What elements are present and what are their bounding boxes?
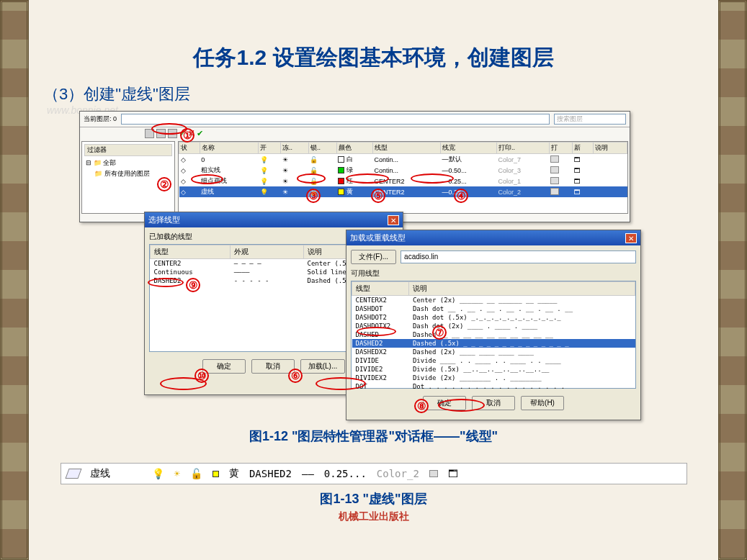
close-icon[interactable]: ✕ (388, 215, 399, 225)
layer-filter-input[interactable] (121, 114, 550, 125)
column-header[interactable]: 颜色 (336, 143, 372, 154)
list-item[interactable]: DASHDOTX2Dash dot (2x) ____ . ____ . ___… (352, 322, 635, 330)
ok-button[interactable]: 确定 (202, 359, 246, 374)
annotation-2: ② (157, 177, 171, 191)
new-layer-vp-icon[interactable] (156, 129, 166, 138)
border-decoration-left (0, 0, 29, 560)
annotation-1: ① (180, 128, 194, 143)
load-dialog-title: 加载或重载线型 (350, 232, 406, 243)
column-header[interactable]: 线型 (373, 143, 441, 154)
tree-root: ⊟ 📁 全部 (84, 158, 172, 168)
subtitle: （3）创建"虚线"图层 (43, 83, 715, 105)
table-row[interactable]: ◇0💡☀🔓 白Contin...—默认Color_7🗔 (179, 154, 627, 166)
summary-lw-line: —— (302, 468, 314, 479)
border-decoration-right (718, 0, 747, 560)
summary-bar: 虚线 💡 ☀ 🔓 黄 DASHED2 —— 0.25... Color_2 🗔 (61, 463, 687, 484)
annotation-9: ⑨ (186, 278, 200, 292)
summary-ltype: DASHED2 (249, 468, 292, 479)
table-row[interactable]: ◇虚线💡☀🔓 黄CENTER2—0.25...Color_2🗔 (179, 186, 627, 197)
select-dialog-title: 选择线型 (148, 214, 180, 225)
load-button[interactable]: 加载(L)... (300, 359, 346, 374)
summary-lw: 0.25... (324, 468, 367, 479)
file-button[interactable]: 文件(F)... (351, 250, 396, 264)
cancel-button[interactable]: 取消 (251, 359, 295, 374)
close-icon[interactable]: ✕ (625, 233, 637, 243)
available-linetype-list[interactable]: 线型说明 CENTERX2Center (2x) ______ __ _____… (351, 281, 636, 389)
caption-1: 图1-12 "图层特性管理器"对话框——"线型" (32, 428, 715, 445)
column-header[interactable]: 新 (573, 143, 594, 154)
table-row[interactable]: ◇细点画线💡☀🔓 红CENTER2—0.25...Color_1🗔 (179, 176, 627, 186)
apply-icon[interactable]: ✔ (197, 129, 203, 138)
column-header[interactable]: 打 (549, 143, 573, 154)
column-header[interactable]: 开 (259, 143, 281, 154)
load-linetype-dialog: 加载或重载线型 ✕ 文件(F)... acadiso.lin 可用线型 线型说明… (346, 230, 641, 420)
list-item[interactable]: DASHDOT2Dash dot (.5x) _._._._._._._._._… (352, 313, 635, 322)
list-item[interactable]: DASHDOTDash dot __ . __ . __ . __ . __ .… (352, 304, 635, 313)
annotation-4: ④ (454, 189, 468, 203)
print-icon (429, 470, 438, 477)
column-header[interactable]: 锁.. (308, 143, 336, 154)
lock-icon: 🔓 (190, 468, 202, 479)
vp-icon: 🗔 (448, 468, 458, 479)
list-item[interactable]: DASHEDX2Dashed (2x) ____ ____ ____ ____ (352, 348, 635, 356)
layer-manager-dialog: 当前图层: 0 搜索图层 ✔ ✘ ✔ 过滤器 ⊟ 📁 全部 📁 所有使用的图层 (79, 111, 630, 222)
cancel-button[interactable]: 取消 (472, 396, 515, 410)
current-layer-label: 当前图层: 0 (84, 114, 117, 124)
list-item[interactable]: DIVIDEX2Divide (2x) ________ . . _______… (352, 374, 635, 382)
list-item[interactable]: CENTERX2Center (2x) ______ __ ______ __ … (352, 296, 635, 305)
annotation-5: ⑤ (371, 189, 385, 203)
delete-layer-icon[interactable] (168, 129, 177, 138)
color-swatch (213, 471, 219, 477)
search-input[interactable]: 搜索图层 (554, 114, 626, 125)
page-title: 任务1.2 设置绘图基本环境，创建图层 (32, 43, 715, 73)
caption-2: 图1-13 "虚线"图层 (32, 490, 715, 507)
list-item[interactable]: DOTDot . . . . . . . . . . . . . . . . .… (352, 382, 635, 391)
publisher: 机械工业出版社 (32, 510, 715, 523)
sun-icon: ☀ (174, 468, 180, 479)
annotation-6: ⑥ (288, 369, 303, 383)
summary-name: 虚线 (90, 467, 110, 480)
dialogs-area: 图层特性管理器 当前图层: 0 搜索图层 ✔ ✘ ✔ 过滤器 ⊟ 📁 全部 (79, 111, 648, 420)
file-input[interactable]: acadiso.lin (401, 250, 636, 263)
table-row[interactable]: ◇粗实线💡☀🔓 绿Contin...—0.50...Color_3🗔 (179, 165, 627, 176)
annotation-7: ⑦ (432, 325, 447, 340)
list-item[interactable]: DASHED2Dashed (.5x) _ _ _ _ _ _ _ _ _ _ … (352, 339, 635, 348)
column-header[interactable]: 名称 (200, 143, 259, 154)
bulb-icon: 💡 (152, 468, 164, 479)
layer-grid[interactable]: 状名称开冻..锁..颜色线型线宽打印..打新说明 ◇0💡☀🔓 白Contin..… (178, 141, 628, 214)
new-layer-icon[interactable] (145, 129, 154, 138)
tree-header: 过滤器 (84, 144, 172, 156)
toolbar: ✔ ✘ ✔ (80, 127, 630, 140)
annotation-8: ⑧ (414, 399, 429, 413)
summary-color: 黄 (229, 467, 239, 480)
tree-child: 📁 所有使用的图层 (84, 168, 172, 179)
avail-label: 可用线型 (351, 268, 636, 279)
column-header[interactable]: 打印.. (496, 143, 549, 154)
column-header[interactable]: 说明 (593, 143, 627, 154)
column-header[interactable]: 状 (179, 143, 200, 154)
list-item[interactable]: DASHEDDashed __ __ __ __ __ __ __ __ __ … (352, 330, 635, 339)
list-item[interactable]: DIVIDE2Divide (.5x) __..__..__..__..__..… (352, 365, 635, 374)
summary-plot: Color_2 (377, 468, 419, 479)
column-header[interactable]: 线宽 (441, 143, 497, 154)
ok-button[interactable]: 确定 (423, 396, 466, 410)
annotation-10: ⑩ (194, 369, 209, 383)
layer-icon (65, 469, 81, 479)
list-item[interactable]: DIVIDEDivide ____ . . ____ . . ____ . . … (352, 356, 635, 365)
annotation-3: ③ (306, 189, 321, 203)
help-button[interactable]: 帮助(H) (521, 396, 564, 410)
column-header[interactable]: 冻.. (281, 143, 309, 154)
